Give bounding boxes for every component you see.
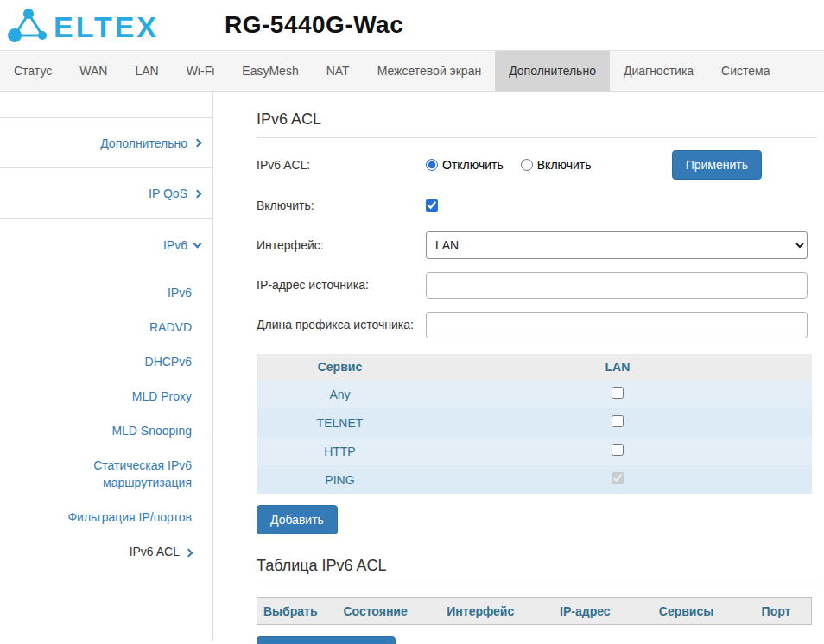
tab-firewall[interactable]: Межсетевой экран bbox=[364, 51, 496, 91]
service-table: Сервис LAN Any TELNET HTTP PING bbox=[257, 354, 812, 494]
interface-row: Интерфейс: LAN bbox=[257, 231, 817, 259]
chevron-right-icon bbox=[193, 139, 202, 148]
eltex-logo-text: ELTEX bbox=[54, 10, 159, 43]
service-name: HTTP bbox=[257, 437, 423, 465]
add-button[interactable]: Добавить bbox=[257, 505, 338, 534]
main-nav: Статус WAN LAN Wi-Fi EasyMesh NAT Межсет… bbox=[0, 50, 824, 92]
tab-lan[interactable]: LAN bbox=[121, 51, 172, 91]
sidebar-subitem-radvd[interactable]: RADVD bbox=[35, 310, 192, 344]
eltex-logo[interactable]: ELTEX bbox=[5, 5, 169, 45]
chevron-down-icon bbox=[193, 239, 202, 248]
acl-mode-row: IPv6 ACL: Отключить Включить Применить bbox=[257, 150, 817, 180]
enable-checkbox[interactable] bbox=[426, 199, 438, 212]
service-name: TELNET bbox=[257, 408, 423, 437]
table-row: PING bbox=[257, 465, 812, 494]
prefix-length-input[interactable] bbox=[426, 312, 808, 338]
sidebar-subitem-mld-snooping[interactable]: MLD Snooping bbox=[35, 414, 192, 448]
source-ip-label: IP-адрес источника: bbox=[257, 278, 426, 292]
source-ip-input[interactable] bbox=[426, 272, 808, 299]
tab-easymesh[interactable]: EasyMesh bbox=[228, 51, 312, 91]
sidebar-item-label: IP QoS bbox=[149, 186, 187, 200]
interface-label: Интерфейс: bbox=[257, 238, 426, 252]
sidebar-item-ipqos[interactable]: IP QoS bbox=[0, 168, 212, 219]
radio-enable-option[interactable]: Включить bbox=[521, 158, 592, 172]
tab-wan[interactable]: WAN bbox=[66, 51, 121, 91]
services-column-header: Сервисы bbox=[653, 598, 756, 625]
service-ping-checkbox bbox=[612, 472, 624, 484]
tab-status[interactable]: Статус bbox=[0, 51, 66, 91]
acl-mode-label: IPv6 ACL: bbox=[257, 158, 426, 172]
interface-column-header: Интерфейс bbox=[441, 598, 554, 625]
delete-selected-button[interactable]: Удалить выбранное bbox=[257, 636, 396, 644]
radio-disable-option[interactable]: Отключить bbox=[426, 158, 504, 172]
tab-advanced[interactable]: Дополнительно bbox=[495, 51, 610, 91]
disable-radio[interactable] bbox=[426, 159, 438, 171]
enable-row: Включить: bbox=[257, 192, 817, 219]
sidebar-subitem-label: IPv6 ACL bbox=[130, 545, 180, 559]
sidebar-subitem-mld-proxy[interactable]: MLD Proxy bbox=[35, 379, 192, 414]
lan-column-header: LAN bbox=[423, 354, 812, 380]
chevron-right-icon bbox=[193, 189, 202, 198]
tab-nat[interactable]: NAT bbox=[313, 51, 364, 91]
sidebar-subitem-ip-port-filtering[interactable]: Фильтрация IP/портов bbox=[35, 500, 192, 534]
main-content: IPv6 ACL IPv6 ACL: Отключить Включить Пр… bbox=[213, 92, 824, 641]
tab-system[interactable]: Система bbox=[707, 51, 783, 91]
service-name: Any bbox=[257, 380, 423, 408]
sidebar-subitem-ipv6-acl[interactable]: IPv6 ACL bbox=[35, 534, 192, 569]
sidebar-item-advanced[interactable]: Дополнительно bbox=[0, 117, 212, 168]
state-column-header: Состояние bbox=[337, 598, 441, 625]
select-column-header: Выбрать bbox=[257, 598, 338, 625]
sidebar-subitem-static-ipv6-routing[interactable]: Статическая IPv6 маршрутизация bbox=[35, 448, 192, 500]
disable-radio-label: Отключить bbox=[442, 158, 504, 172]
chevron-right-icon bbox=[185, 549, 193, 558]
eltex-logo-icon: ELTEX bbox=[5, 5, 169, 45]
service-http-checkbox[interactable] bbox=[612, 444, 624, 456]
apply-button[interactable]: Применить bbox=[672, 150, 762, 180]
tab-diagnostics[interactable]: Диагностика bbox=[610, 51, 707, 91]
port-column-header: Порт bbox=[756, 598, 812, 625]
sidebar-subitem-dhcpv6[interactable]: DHCPv6 bbox=[35, 344, 192, 379]
sidebar: Дополнительно IP QoS IPv6 IPv6 RADVD DHC… bbox=[0, 92, 213, 641]
service-any-checkbox[interactable] bbox=[612, 387, 624, 399]
section-title-ipv6-acl: IPv6 ACL bbox=[257, 110, 817, 138]
interface-select[interactable]: LAN bbox=[426, 231, 808, 259]
sidebar-item-label: IPv6 bbox=[163, 238, 187, 252]
enable-radio[interactable] bbox=[521, 159, 533, 171]
prefix-length-label: Длина префикса источника: bbox=[257, 318, 426, 331]
content-area: Дополнительно IP QoS IPv6 IPv6 RADVD DHC… bbox=[0, 92, 824, 641]
sidebar-item-label: Дополнительно bbox=[100, 136, 187, 150]
tab-wifi[interactable]: Wi-Fi bbox=[173, 51, 229, 91]
sidebar-subitem-ipv6[interactable]: IPv6 bbox=[35, 275, 192, 310]
source-ip-row: IP-адрес источника: bbox=[257, 271, 817, 299]
service-column-header: Сервис bbox=[257, 354, 423, 380]
service-name: PING bbox=[257, 465, 423, 494]
section-title-acl-table: Таблица IPv6 ACL bbox=[257, 557, 817, 584]
header: ELTEX RG-5440G-Wac bbox=[0, 0, 824, 50]
table-row: Any bbox=[257, 380, 812, 408]
ip-address-column-header: IP-адрес bbox=[554, 598, 653, 625]
service-table-header-row: Сервис LAN bbox=[257, 354, 812, 380]
acl-table: Выбрать Состояние Интерфейс IP-адрес Сер… bbox=[257, 597, 812, 625]
acl-table-header-row: Выбрать Состояние Интерфейс IP-адрес Сер… bbox=[257, 598, 812, 625]
enable-radio-label: Включить bbox=[537, 158, 592, 172]
service-telnet-checkbox[interactable] bbox=[612, 415, 624, 427]
device-title: RG-5440G-Wac bbox=[225, 11, 403, 39]
table-row: HTTP bbox=[257, 437, 812, 465]
sidebar-ipv6-submenu: IPv6 RADVD DHCPv6 MLD Proxy MLD Snooping… bbox=[0, 275, 212, 569]
enable-label: Включить: bbox=[257, 199, 426, 212]
sidebar-item-ipv6[interactable]: IPv6 bbox=[0, 219, 212, 270]
table-row: TELNET bbox=[257, 408, 812, 437]
prefix-length-row: Длина префикса источника: bbox=[257, 311, 817, 338]
